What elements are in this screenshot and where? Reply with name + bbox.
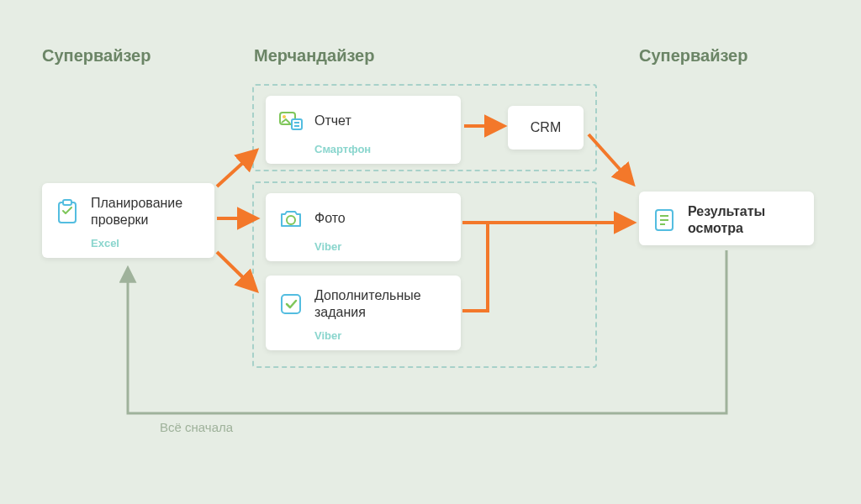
- card-crm: CRM: [508, 106, 584, 150]
- card-results-title: Результаты осмотра: [688, 203, 802, 237]
- card-planning-sub: Excel: [91, 237, 203, 249]
- card-photo-title: Фото: [314, 210, 346, 227]
- card-results: Результаты осмотра: [639, 192, 814, 245]
- card-planning-title: Планирование проверки: [91, 195, 203, 228]
- card-report-sub: Смартфон: [314, 143, 449, 155]
- card-tasks-sub: Viber: [314, 329, 449, 342]
- card-photo: Фото Viber: [266, 193, 461, 261]
- clipboard-icon: [54, 198, 81, 225]
- loop-label: Всё сначала: [160, 420, 233, 434]
- card-tasks: Дополнительные задания Viber: [266, 276, 461, 350]
- svg-point-3: [283, 115, 286, 118]
- arrow-planning-report: [217, 151, 256, 186]
- card-tasks-title: Дополнительные задания: [314, 287, 449, 321]
- role-supervisor-right: Супервайзер: [639, 46, 747, 66]
- card-crm-title: CRM: [521, 119, 570, 136]
- card-planning: Планирование проверки Excel: [42, 183, 214, 258]
- svg-rect-8: [282, 295, 300, 313]
- card-photo-sub: Viber: [314, 240, 449, 253]
- document-list-icon: [651, 207, 678, 234]
- card-report-title: Отчет: [314, 113, 351, 129]
- image-doc-icon: [277, 108, 304, 134]
- checkbox-icon: [277, 291, 304, 318]
- svg-rect-4: [292, 119, 302, 129]
- arrow-planning-tasks: [217, 252, 256, 290]
- svg-rect-1: [63, 200, 71, 205]
- camera-icon: [277, 205, 304, 232]
- role-supervisor-left: Супервайзер: [42, 46, 151, 66]
- role-merchandiser: Мерчандайзер: [254, 46, 374, 66]
- svg-point-7: [287, 216, 295, 224]
- card-report: Отчет Смартфон: [266, 96, 461, 164]
